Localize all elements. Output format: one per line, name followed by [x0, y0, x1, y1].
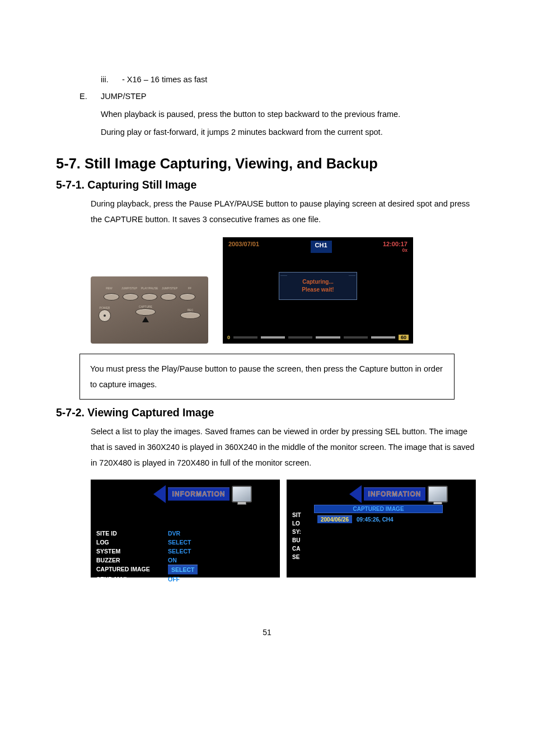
captured-overlay-label: 09:45:26, CH4	[357, 516, 394, 523]
remote-panel: REW JUMP/STEP PLAY/PAUSE JUMP/STEP FF PO…	[91, 276, 208, 344]
capture-dialog-1: Capturing...	[279, 278, 357, 286]
banner-text-left: INFORMATION	[168, 487, 230, 501]
jump-back-button[interactable]	[123, 293, 138, 300]
lbl-site-id: SITE ID	[96, 529, 163, 538]
val-buzzer: ON	[168, 556, 177, 565]
lbl-system: SYSTEM	[96, 547, 163, 556]
capture-bottombar: 0 60	[223, 335, 413, 340]
info-row-system[interactable]: SYSTEM SELECT	[96, 547, 274, 556]
val-system: SELECT	[168, 547, 191, 556]
banner-arrow-icon-2	[349, 485, 362, 503]
info-panel-left: INFORMATION SITE ID DVR LOG SELECT SYSTE…	[91, 480, 280, 577]
figure-row-1: REW JUMP/STEP PLAY/PAUSE JUMP/STEP FF PO…	[91, 237, 478, 344]
remote-bottom-row: POWER CAPTURE REC	[99, 305, 200, 322]
p-5-7-1: During playback, press the Pause PLAY/PA…	[91, 196, 478, 227]
capture-channel: CH1	[311, 241, 332, 253]
info-row-buzzer[interactable]: BUZZER ON	[96, 556, 274, 565]
capture-button[interactable]	[135, 308, 156, 316]
list-E-p1: When playback is paused, press the butto…	[101, 106, 478, 122]
page-number: 51	[56, 628, 478, 637]
info-figure-row: INFORMATION SITE ID DVR LOG SELECT SYSTE…	[91, 480, 478, 577]
info-list-left: SITE ID DVR LOG SELECT SYSTEM SELECT BUZ…	[96, 529, 274, 584]
heading-5-7: 5-7. Still Image Capturing, Viewing, and…	[56, 156, 478, 172]
list-marker: iii.	[101, 73, 112, 86]
label-power: POWER	[99, 306, 111, 309]
lbl-buzzer: BUZZER	[96, 556, 163, 565]
info-row-site-id[interactable]: SITE ID DVR	[96, 529, 274, 538]
trunc-lo: LO	[292, 519, 301, 528]
capture-time-val: 12:00:17	[383, 241, 407, 247]
label-playpause: PLAY/PAUSE	[141, 287, 158, 290]
label-rec: REC	[180, 308, 200, 312]
captured-overlay-date[interactable]: 2004/06/26	[317, 515, 352, 523]
play-pause-button[interactable]	[142, 293, 157, 300]
capture-time: 12:00:17 0x	[383, 241, 407, 253]
val-site-id: DVR	[168, 529, 180, 538]
label-ff: FF	[181, 287, 198, 290]
arrow-up-icon	[142, 317, 149, 322]
info-row-log[interactable]: LOG SELECT	[96, 538, 274, 547]
capture-speed: 0x	[383, 247, 407, 253]
list-title-E: JUMP/STEP	[101, 90, 146, 103]
lbl-sendmail: SEND MAIL	[96, 575, 163, 584]
capture-date: 2003/07/01	[228, 241, 259, 253]
label-capture: CAPTURE	[124, 305, 167, 308]
trunc-ca: CA	[292, 544, 301, 553]
trunc-sit: SIT	[292, 511, 301, 519]
info-panel-right: INFORMATION SIT LO SY: BU CA SE CAPTURED…	[287, 480, 476, 577]
val-captured: SELECT	[168, 565, 198, 575]
info-row-send-mail[interactable]: SEND MAIL OFF	[96, 575, 274, 584]
list-item-E: E. JUMP/STEP	[79, 90, 478, 103]
jump-fwd-button[interactable]	[161, 293, 176, 300]
monitor-icon	[232, 486, 252, 503]
info-row-captured-image[interactable]: CAPTURED IMAGE SELECT	[96, 565, 274, 575]
heading-5-7-2: 5-7-2. Viewing Captured Image	[56, 406, 478, 419]
trunc-se: SE	[292, 553, 301, 561]
list-text-iii: - X16 – 16 times as fast	[122, 73, 207, 86]
capture-dialog: ———— Capturing... Please wait!	[279, 272, 357, 300]
captured-overlay-body: 2004/06/26 09:45:26, CH4	[314, 513, 443, 544]
rew-button[interactable]	[104, 293, 119, 300]
label-jump2: JUMP/STEP	[161, 287, 178, 290]
info-banner-left: INFORMATION	[131, 485, 274, 503]
remote-label-row: REW JUMP/STEP PLAY/PAUSE JUMP/STEP FF	[101, 287, 198, 290]
note-box: You must press the Play/Pause button to …	[79, 354, 455, 400]
capture-end: 60	[399, 335, 409, 340]
power-button[interactable]	[99, 309, 111, 322]
info-list-right-truncated: SIT LO SY: BU CA SE	[292, 511, 301, 561]
remote-button-row	[104, 293, 195, 300]
info-banner-right: INFORMATION	[327, 485, 470, 503]
capture-dialog-2: Please wait!	[279, 286, 357, 294]
capture-screenshot: 2003/07/01 CH1 12:00:17 0x ———— Capturin…	[223, 237, 413, 344]
ff-button[interactable]	[180, 293, 195, 300]
trunc-bu: BU	[292, 536, 301, 544]
trunc-sy: SY:	[292, 528, 301, 536]
p-5-7-2: Select a list to play the images. Saved …	[91, 424, 478, 471]
list-E-p2: During play or fast-forward, it jumps 2 …	[101, 124, 478, 140]
capture-start: 0	[227, 335, 230, 340]
lbl-captured: CAPTURED IMAGE	[96, 565, 163, 575]
label-jump1: JUMP/STEP	[121, 287, 138, 290]
label-rew: REW	[101, 287, 118, 290]
val-log: SELECT	[168, 538, 191, 547]
lbl-log: LOG	[96, 538, 163, 547]
list-marker-E: E.	[79, 90, 91, 103]
captured-image-overlay: CAPTURED IMAGE 2004/06/26 09:45:26, CH4	[313, 504, 443, 545]
banner-arrow-icon	[153, 485, 166, 503]
val-sendmail: OFF	[168, 575, 180, 584]
banner-text-right: INFORMATION	[364, 487, 426, 501]
rec-button[interactable]	[180, 312, 200, 319]
captured-overlay-title: CAPTURED IMAGE	[314, 505, 443, 513]
monitor-icon-2	[428, 486, 448, 503]
heading-5-7-1: 5-7-1. Capturing Still Image	[56, 179, 478, 191]
list-item-iii: iii. - X16 – 16 times as fast	[101, 73, 478, 86]
capture-topbar: 2003/07/01 CH1 12:00:17 0x	[223, 237, 413, 256]
